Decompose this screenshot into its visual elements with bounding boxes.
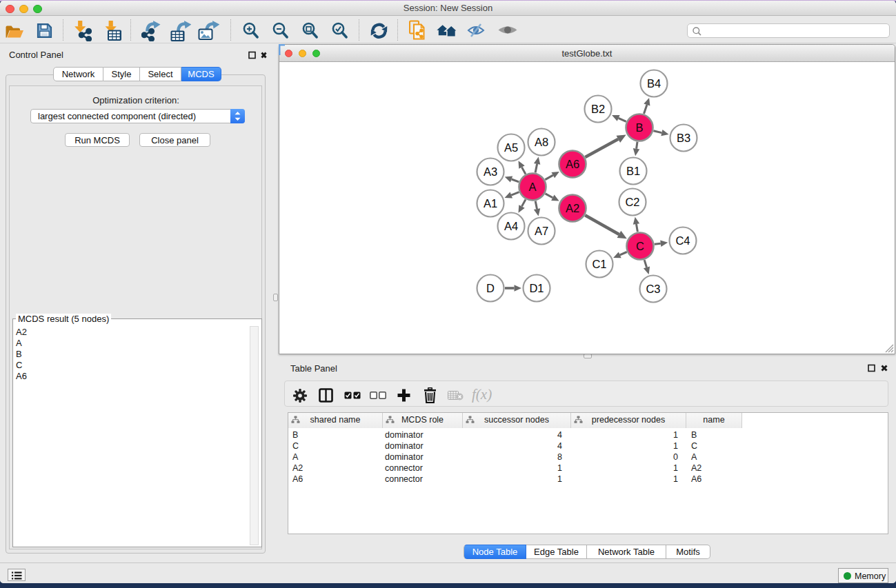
svg-text:C3: C3 [646, 283, 660, 295]
svg-text:A8: A8 [535, 136, 548, 148]
svg-text:B1: B1 [626, 165, 640, 177]
svg-text:A7: A7 [535, 225, 548, 237]
svg-text:A1: A1 [484, 197, 497, 210]
svg-text:B4: B4 [647, 77, 661, 90]
svg-text:D: D [486, 282, 495, 294]
svg-text:B: B [635, 121, 643, 134]
svg-text:C1: C1 [592, 258, 606, 270]
svg-text:A6: A6 [566, 158, 579, 170]
svg-text:C2: C2 [625, 196, 639, 208]
svg-text:B2: B2 [591, 103, 605, 115]
svg-text:A4: A4 [504, 220, 518, 232]
svg-text:A3: A3 [484, 165, 497, 178]
svg-text:A2: A2 [566, 202, 579, 214]
svg-text:A: A [528, 181, 536, 193]
svg-text:C: C [636, 240, 644, 252]
svg-text:A5: A5 [504, 141, 518, 154]
svg-text:C4: C4 [675, 234, 690, 247]
svg-text:B3: B3 [677, 132, 690, 144]
svg-text:D1: D1 [529, 282, 544, 294]
